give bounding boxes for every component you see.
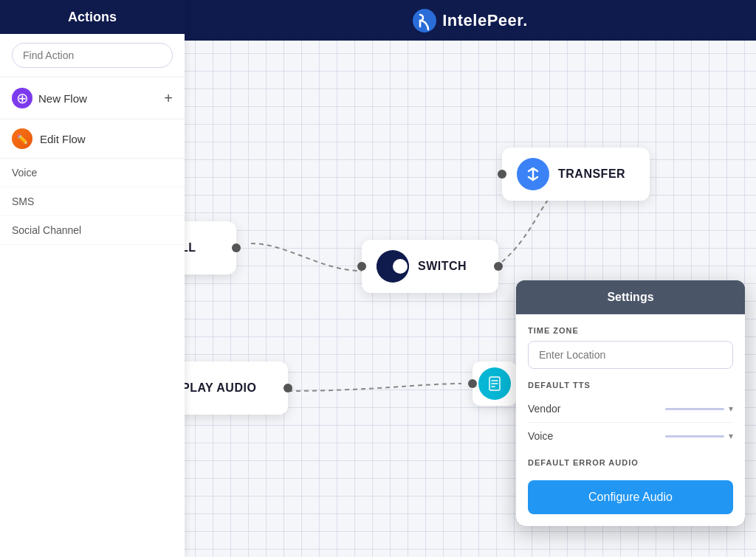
svg-point-0 [413,9,436,32]
new-flow-plus-button[interactable]: + [164,90,173,107]
vendor-chevron-down-icon: ▾ [729,404,733,414]
edit-flow-icon: ✏️ [12,128,32,149]
sidebar-item-social[interactable]: Social Channel [0,216,185,245]
timezone-label: TIME ZONE [528,326,733,335]
voice-dropdown-line [665,435,724,437]
partial-dot-left [468,379,477,388]
new-flow-row[interactable]: ⊕ New Flow + [0,77,185,120]
voice-dropdown[interactable]: ▾ [665,431,733,441]
node-transfer[interactable]: TRANSFER [502,148,650,201]
sidebar: Actions ⊕ New Flow + ✏️ Edit Flow Voice … [0,0,185,557]
playaudio-dot-right [284,384,292,392]
settings-panel-header: Settings [516,280,745,314]
voice-row: Voice ▾ [528,423,733,449]
icall-dot-right [232,243,241,252]
settings-body: TIME ZONE DEFAULT TTS Vendor ▾ Voice ▾ D… [516,314,745,526]
vendor-row: Vendor ▾ [528,395,733,423]
switch-label: SWITCH [418,260,467,273]
sidebar-search-area [0,34,185,77]
vendor-label: Vendor [528,403,560,415]
logo-text: IntelePeer. [442,11,528,30]
transfer-dot-left [498,170,506,179]
sidebar-title: Actions [68,10,117,25]
voice-chevron-down-icon: ▾ [729,431,733,441]
edit-flow-label: Edit Flow [40,133,86,145]
vendor-dropdown[interactable]: ▾ [665,404,733,414]
configure-audio-button[interactable]: Configure Audio [528,480,733,514]
node-partial[interactable] [472,361,517,406]
sidebar-header: Actions [0,0,185,34]
error-audio-label: DEFAULT ERROR AUDIO [528,458,733,467]
partial-icon [478,367,511,400]
switch-dot-right [494,262,503,271]
new-flow-label: New Flow [38,92,158,105]
voice-label: Voice [528,430,553,442]
new-flow-icon: ⊕ [12,88,32,108]
tts-label: DEFAULT TTS [528,381,733,390]
playaudio-label: PLAY AUDIO [182,381,256,395]
timezone-input[interactable] [528,341,733,369]
logo-area: IntelePeer. [413,9,528,32]
sidebar-item-voice[interactable]: Voice [0,159,185,187]
edit-flow-row[interactable]: ✏️ Edit Flow [0,120,185,159]
search-input[interactable] [12,43,173,68]
header-bar: IntelePeer. [185,0,756,41]
transfer-label: TRANSFER [558,167,625,181]
settings-panel: Settings TIME ZONE DEFAULT TTS Vendor ▾ … [516,280,745,526]
logo-icon [413,9,436,32]
settings-title: Settings [607,291,653,303]
switch-dot-left [357,262,366,271]
switch-icon [377,250,409,283]
vendor-dropdown-line [665,408,724,410]
transfer-icon [517,158,549,190]
sidebar-item-sms[interactable]: SMS [0,187,185,216]
node-switch[interactable]: SWITCH [362,240,498,293]
